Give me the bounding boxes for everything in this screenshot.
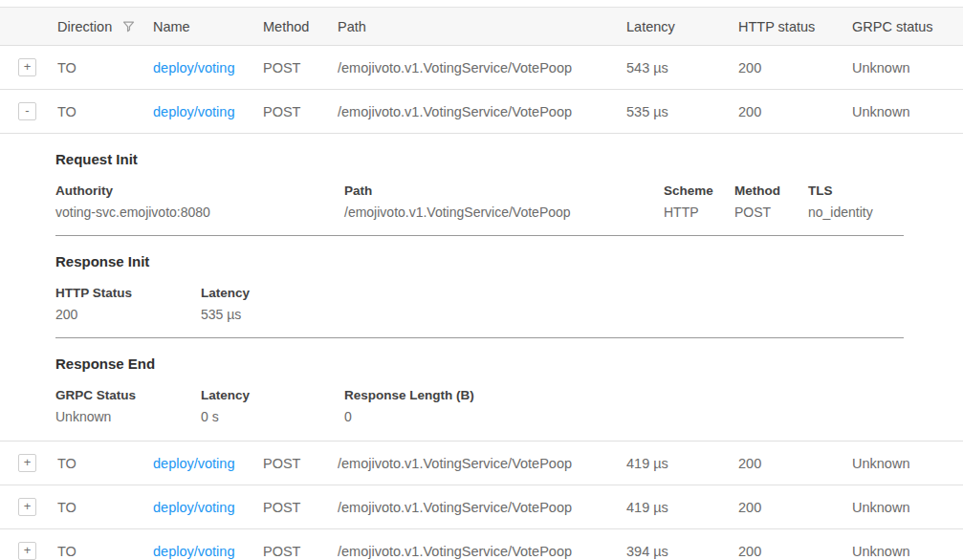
table-row: + TO deploy/voting POST /emojivoto.v1.Vo…	[0, 485, 963, 529]
detail-field-label: Response Length (B)	[344, 387, 474, 403]
detail-field-label: TLS	[808, 183, 873, 199]
tap-table: Direction Name Method Path Latency HTTP …	[0, 7, 963, 560]
detail-section-title: Response End	[55, 355, 904, 373]
detail-section-title: Response Init	[55, 252, 904, 270]
detail-field-value: /emojivoto.v1.VotingService/VotePoop	[344, 205, 664, 221]
resource-name-link[interactable]: deploy/voting	[153, 60, 234, 75]
grpc-status-cell: Unknown	[852, 544, 963, 559]
detail-field: GRPC Status Unknown	[55, 387, 201, 425]
detail-field-label: Method	[734, 183, 808, 199]
detail-section: Response Init HTTP Status 200 Latency 53…	[55, 236, 904, 338]
grpc-status-cell: Unknown	[852, 456, 963, 471]
http-status-cell: 200	[738, 456, 852, 471]
table-row: + TO deploy/voting POST /emojivoto.v1.Vo…	[0, 442, 963, 485]
direction-cell: TO	[57, 456, 153, 471]
detail-field: Latency 535 µs	[201, 285, 250, 323]
http-status-cell: 200	[738, 500, 852, 515]
column-header-path: Path	[338, 19, 626, 34]
path-cell: /emojivoto.v1.VotingService/VotePoop	[338, 500, 626, 515]
detail-field-value: 0 s	[201, 409, 344, 425]
direction-filter-button[interactable]	[121, 19, 136, 33]
detail-field: TLS no_identity	[808, 183, 873, 221]
detail-field-label: Latency	[201, 387, 344, 403]
table-row: + TO deploy/voting POST /emojivoto.v1.Vo…	[0, 46, 963, 90]
table-header-row: Direction Name Method Path Latency HTTP …	[0, 7, 963, 46]
direction-cell: TO	[57, 500, 153, 515]
page-top-gap	[0, 0, 963, 7]
expand-row-button[interactable]: +	[18, 58, 36, 76]
latency-cell: 419 µs	[626, 456, 738, 471]
expand-row-button[interactable]: +	[18, 498, 36, 516]
table-row: - TO deploy/voting POST /emojivoto.v1.Vo…	[0, 90, 963, 134]
expand-row-button[interactable]: +	[18, 454, 36, 472]
method-cell: POST	[263, 544, 338, 559]
detail-field-label: GRPC Status	[55, 387, 201, 403]
method-cell: POST	[263, 456, 338, 471]
method-cell: POST	[263, 500, 338, 515]
detail-field-label: Scheme	[664, 183, 734, 199]
http-status-cell: 200	[738, 104, 852, 119]
path-cell: /emojivoto.v1.VotingService/VotePoop	[338, 456, 626, 471]
detail-field-value: HTTP	[664, 205, 734, 221]
detail-field-value: 0	[344, 409, 474, 425]
method-cell: POST	[263, 104, 338, 119]
column-header-http-status: HTTP status	[738, 19, 852, 34]
column-header-latency: Latency	[626, 19, 738, 34]
column-header-method: Method	[263, 19, 338, 34]
detail-field: Path /emojivoto.v1.VotingService/VotePoo…	[344, 183, 664, 221]
resource-name-link[interactable]: deploy/voting	[153, 544, 234, 559]
direction-cell: TO	[57, 104, 153, 119]
latency-cell: 535 µs	[626, 104, 738, 119]
detail-field: Method POST	[734, 183, 808, 221]
detail-section: Request Init Authority voting-svc.emojiv…	[55, 134, 904, 236]
detail-field-label: Path	[344, 183, 664, 199]
method-cell: POST	[263, 60, 338, 75]
latency-cell: 543 µs	[626, 60, 738, 75]
table-row: + TO deploy/voting POST /emojivoto.v1.Vo…	[0, 529, 963, 560]
http-status-cell: 200	[738, 544, 852, 559]
detail-section: Response End GRPC Status Unknown Latency…	[55, 338, 904, 441]
resource-name-link[interactable]: deploy/voting	[153, 456, 234, 471]
resource-name-link[interactable]: deploy/voting	[153, 500, 234, 515]
path-cell: /emojivoto.v1.VotingService/VotePoop	[338, 104, 626, 119]
detail-field-value: no_identity	[808, 205, 873, 221]
table-body: + TO deploy/voting POST /emojivoto.v1.Vo…	[0, 46, 963, 560]
detail-section-title: Request Init	[55, 150, 904, 168]
detail-field-value: 535 µs	[201, 307, 250, 323]
expand-row-button[interactable]: +	[18, 542, 36, 560]
detail-field-value: Unknown	[55, 409, 201, 425]
detail-field-label: HTTP Status	[55, 285, 201, 301]
detail-field-value: POST	[734, 205, 808, 221]
row-detail-panel: Request Init Authority voting-svc.emojiv…	[0, 134, 963, 442]
column-header-grpc-status: GRPC status	[852, 19, 963, 34]
detail-field-value: 200	[55, 307, 201, 323]
funnel-filter-icon	[121, 19, 136, 33]
grpc-status-cell: Unknown	[852, 60, 963, 75]
direction-cell: TO	[57, 60, 153, 75]
detail-field: HTTP Status 200	[55, 285, 201, 323]
detail-field: Latency 0 s	[201, 387, 344, 425]
grpc-status-cell: Unknown	[852, 500, 963, 515]
direction-cell: TO	[57, 544, 153, 559]
detail-field: Scheme HTTP	[664, 183, 734, 221]
detail-field: Response Length (B) 0	[344, 387, 474, 425]
detail-field-label: Latency	[201, 285, 250, 301]
latency-cell: 394 µs	[626, 544, 738, 559]
latency-cell: 419 µs	[626, 500, 738, 515]
grpc-status-cell: Unknown	[852, 104, 963, 119]
detail-field-value: voting-svc.emojivoto:8080	[55, 205, 344, 221]
column-header-name: Name	[153, 19, 263, 34]
http-status-cell: 200	[738, 60, 852, 75]
path-cell: /emojivoto.v1.VotingService/VotePoop	[338, 544, 626, 559]
collapse-row-button[interactable]: -	[18, 102, 36, 120]
detail-field-label: Authority	[55, 183, 344, 199]
resource-name-link[interactable]: deploy/voting	[153, 104, 234, 119]
column-header-direction: Direction	[57, 19, 112, 34]
detail-field: Authority voting-svc.emojivoto:8080	[55, 183, 344, 221]
path-cell: /emojivoto.v1.VotingService/VotePoop	[338, 60, 626, 75]
